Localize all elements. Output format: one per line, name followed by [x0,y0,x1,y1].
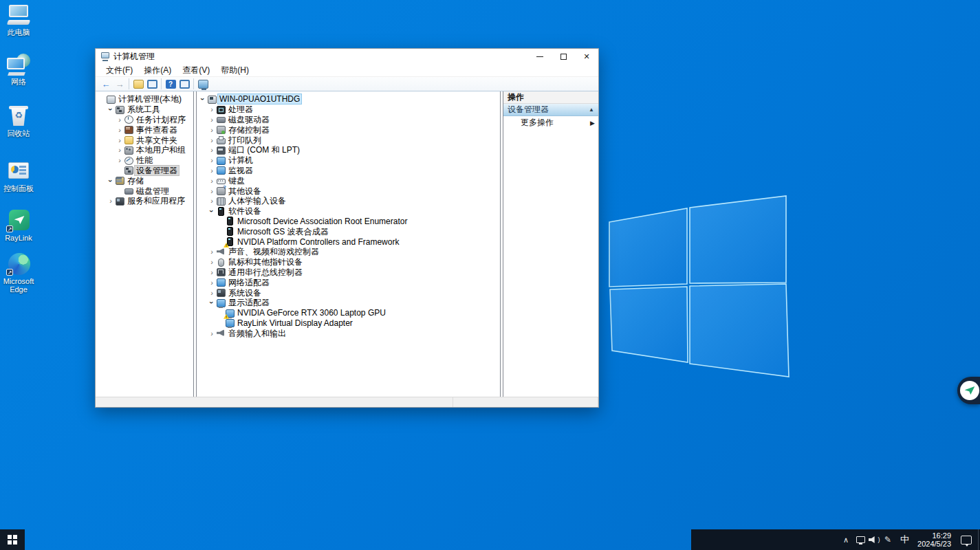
desktop-icon-network[interactable]: 网络 [1,54,36,86]
minimize-button[interactable] [528,49,552,64]
title-bar[interactable]: 计算机管理 ✕ [96,49,598,64]
device-label: 人体学输入设备 [227,196,287,206]
chevron-up-icon[interactable]: ∧ [838,536,853,544]
device-tree-item[interactable]: › RayLink Virtual Display Adapter [197,318,500,329]
console-tree-item[interactable]: › 计算机管理(本地) [96,94,193,104]
expander-chevron-icon[interactable]: › [208,116,216,124]
device-tree-item[interactable]: › 打印队列 [197,135,500,145]
device-icon [216,258,226,267]
ime-indicator[interactable]: 中 [895,534,915,546]
device-tree-item[interactable]: › ! NVIDIA GeForce RTX 3060 Laptop GPU [197,308,500,318]
menu-item[interactable]: 查看(V) [177,63,215,78]
monitor-icon[interactable] [196,78,210,90]
show-console-tree-icon[interactable] [131,78,145,90]
device-tree-item[interactable]: › 存储控制器 [197,124,500,135]
expander-chevron-icon[interactable]: › [116,146,124,154]
forward-icon[interactable]: → [113,78,127,90]
console-tree-item[interactable]: › 存储 [96,175,193,186]
desktop-icon-microsoft-edge[interactable]: ↗ Microsoft Edge [1,253,36,294]
desktop-icon-recycle-bin[interactable]: ♻ 回收站 [1,105,36,138]
console-tree-item[interactable]: › 性能 [96,155,193,166]
desktop-icon-control-panel[interactable]: 控制面板 [1,160,36,192]
expander-chevron-icon[interactable]: › [116,136,124,144]
expander-chevron-icon[interactable]: › [107,105,115,113]
device-tree-item[interactable]: › 端口 (COM 和 LPT) [197,145,500,155]
action-center-icon[interactable] [961,536,972,544]
volume-icon[interactable]: ) [867,529,881,550]
expander-chevron-icon[interactable]: › [107,197,115,205]
console-tree-item[interactable]: › 任务计划程序 [96,115,193,125]
network-tray-icon[interactable] [853,529,867,550]
device-tree-item[interactable]: › 鼠标和其他指针设备 [197,257,500,267]
expander-chevron-icon[interactable]: › [208,268,216,276]
expander-chevron-icon[interactable]: › [208,329,216,338]
device-tree-item[interactable]: › 音频输入和输出 [197,328,500,338]
expander-chevron-icon[interactable]: › [208,187,216,195]
actions-group-device-manager[interactable]: 设备管理器 ▲ [503,104,598,116]
more-actions-item[interactable]: 更多操作 ▶ [503,116,598,129]
expander-chevron-icon[interactable]: › [208,166,216,175]
start-button[interactable] [0,529,25,550]
close-button[interactable]: ✕ [575,49,598,64]
device-tree-item[interactable]: › 计算机 [197,155,500,166]
device-tree-item[interactable]: › 键盘 [197,175,500,186]
menu-item[interactable]: 文件(F) [100,63,138,78]
device-tree-item[interactable]: › Microsoft GS 波表合成器 [197,226,500,236]
console-tree-item[interactable]: › 设备管理器 [96,166,193,176]
console-tree-item[interactable]: › 共享文件夹 [96,135,193,145]
expander-chevron-icon[interactable]: › [208,248,216,256]
desktop-icon-raylink[interactable]: ↗ RayLink [1,210,36,242]
device-tree-item[interactable]: › 显示适配器 [197,298,500,308]
system-tray: ∧ ) ✎ 中 16:29 2024/5/23 [691,529,980,550]
back-icon[interactable]: ← [99,78,113,90]
expander-chevron-icon[interactable]: › [208,197,216,205]
device-tree-item[interactable]: › 磁盘驱动器 [197,115,500,125]
expander-chevron-icon[interactable]: › [208,177,216,185]
device-tree-item[interactable]: › ! NVIDIA Platform Controllers and Fram… [197,236,500,247]
console-tree-item[interactable]: › 事件查看器 [96,124,193,135]
collapse-icon[interactable]: ▲ [589,107,594,113]
properties-window-icon[interactable] [145,78,159,90]
console-tree-item[interactable]: › 磁盘管理 [96,186,193,196]
device-tree-item[interactable]: › WIN-0PUAO1UTHDG [197,94,500,104]
raylink-floating-ball[interactable] [957,377,980,404]
expander-chevron-icon[interactable]: › [208,278,216,287]
expander-chevron-icon[interactable]: › [208,156,216,164]
maximize-button[interactable] [552,49,575,64]
device-tree-item[interactable]: › 系统设备 [197,287,500,298]
expander-chevron-icon[interactable]: › [208,289,216,297]
menu-item[interactable]: 操作(A) [138,63,177,78]
expander-chevron-icon[interactable]: › [208,126,216,134]
console-tree-item[interactable]: › 系统工具 [96,104,193,115]
expander-chevron-icon[interactable]: › [208,146,216,154]
console-tree-item[interactable]: › 服务和应用程序 [96,196,193,206]
device-tree-item[interactable]: › 人体学输入设备 [197,196,500,206]
console-tree-item[interactable]: › 本地用户和组 [96,145,193,155]
expander-chevron-icon[interactable]: › [116,116,124,124]
device-tree-item[interactable]: › 通用串行总线控制器 [197,267,500,278]
device-tree-item[interactable]: › 软件设备 [197,206,500,217]
pen-icon[interactable]: ✎ [881,529,895,550]
device-tree-item[interactable]: › Microsoft Device Association Root Enum… [197,217,500,227]
expander-chevron-icon[interactable]: › [199,95,207,103]
device-icon: ! [225,237,235,246]
tree-item-icon [115,197,124,206]
menu-item[interactable]: 帮助(H) [215,63,254,78]
expander-chevron-icon[interactable]: › [208,298,216,307]
expander-chevron-icon[interactable]: › [208,258,216,266]
expander-chevron-icon[interactable]: › [107,177,115,185]
device-tree-item[interactable]: › 处理器 [197,104,500,115]
device-tree-item[interactable]: › 其他设备 [197,186,500,196]
expander-chevron-icon[interactable]: › [116,126,124,134]
expander-chevron-icon[interactable]: › [208,207,216,215]
device-tree-item[interactable]: › 网络适配器 [197,277,500,287]
expander-chevron-icon[interactable]: › [208,105,216,113]
expander-chevron-icon[interactable]: › [116,156,124,164]
help-icon[interactable]: ? [164,78,177,90]
desktop-icon-this-pc[interactable]: 此电脑 [1,4,36,36]
new-window-icon[interactable] [177,78,191,90]
device-tree-item[interactable]: › 监视器 [197,166,500,176]
taskbar-clock[interactable]: 16:29 2024/5/23 [915,531,957,548]
expander-chevron-icon[interactable]: › [208,136,216,144]
device-tree-item[interactable]: › 声音、视频和游戏控制器 [197,247,500,257]
